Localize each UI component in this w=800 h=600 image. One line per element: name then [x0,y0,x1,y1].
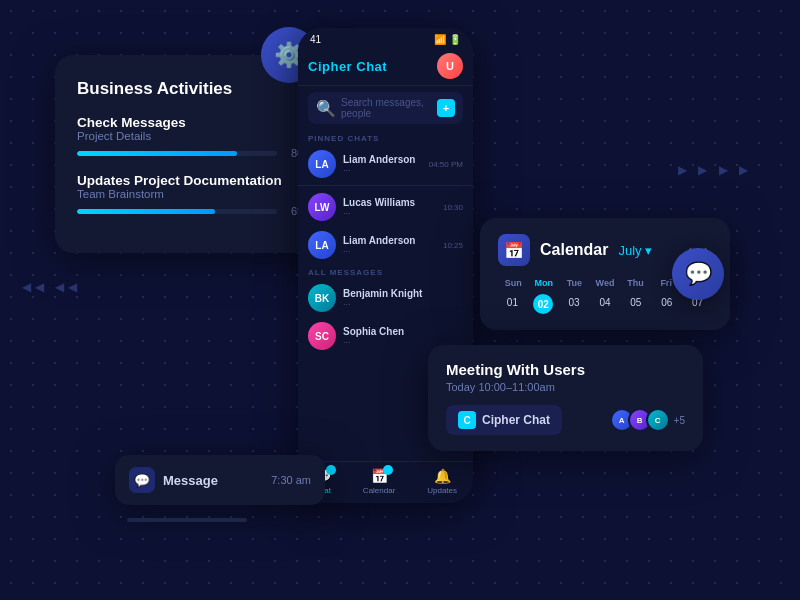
message-time: 7:30 am [271,474,311,486]
avatar: SC [308,322,336,350]
task-1-progress-bg [77,151,277,156]
chat-name: Liam Anderson [343,235,436,246]
task-1: Check Messages Project Details 80% [77,115,313,159]
message-label: Message [163,473,271,488]
message-toast: 💬 Message 7:30 am [115,455,325,505]
meeting-title: Meeting With Users [446,361,685,378]
message-bar [127,518,247,522]
task-1-name: Check Messages [77,115,313,130]
chat-info: Lucas Williams ··· [343,197,436,218]
floating-chat-button[interactable]: 💬 [672,248,724,300]
chat-name: Benjamin Knight [343,288,463,299]
avatar: BK [308,284,336,312]
business-activities-card: ⚙️ Business Activities Check Messages Pr… [55,55,335,253]
task-1-progress-fill [77,151,237,156]
user-avatar: U [437,53,463,79]
task-2-progress-bg [77,209,277,214]
chat-time: 10:25 [443,241,463,250]
day-label-thu: Thu [620,278,651,288]
attendee-count: +5 [674,415,685,426]
chat-preview: ··· [343,246,436,256]
add-chat-button[interactable]: + [437,99,455,117]
date-01[interactable]: 01 [498,294,527,314]
attendee-stack: A B C +5 [610,408,685,432]
task-2-sub: Team Brainstorm [77,188,313,200]
updates-nav-label: Updates [427,486,457,495]
meeting-time: Today 10:00–11:00am [446,381,685,393]
calendar-badge [383,465,393,475]
chat-name: Sophia Chen [343,326,463,337]
nav-updates[interactable]: 🔔 Updates [427,468,457,495]
nav-calendar[interactable]: 📅 Calendar [363,468,395,495]
chat-preview: ··· [343,299,463,309]
calendar-dates: 01 02 03 04 05 06 07 [498,294,712,314]
avatar: LA [308,150,336,178]
chat-info: Sophia Chen ··· [343,326,463,347]
task-2-progress-row: 69% [77,205,313,217]
task-2-progress-fill [77,209,215,214]
list-item[interactable]: LA Liam Anderson ··· 10:25 [298,226,473,264]
chat-preview: ··· [343,208,436,218]
chat-info: Liam Anderson ··· [343,154,422,175]
meeting-footer: C Cipher Chat A B C +5 [446,405,685,435]
day-label-mon: Mon [529,278,560,288]
attendee-avatar: C [646,408,670,432]
pinned-chats-label: PINNED CHATS [298,130,473,145]
task-1-progress-row: 80% [77,147,313,159]
updates-nav-icon: 🔔 [434,468,451,484]
calendar-nav-icon: 📅 [371,468,388,484]
chat-name: Liam Anderson [343,154,422,165]
message-icon: 💬 [129,467,155,493]
search-placeholder-text: Search messages, people [341,97,432,119]
day-label-wed: Wed [590,278,621,288]
chat-time: 10:30 [443,203,463,212]
chat-time: 04:50 PM [429,160,463,169]
calendar-icon: 📅 [498,234,530,266]
calendar-nav-label: Calendar [363,486,395,495]
phone-signal-icons: 📶 🔋 [434,34,461,45]
task-2: Updates Project Documentation Team Brain… [77,173,313,217]
chat-name: Lucas Williams [343,197,436,208]
arrows-right-decoration: ▶ ▶ ▶ ▶ [678,163,752,177]
month-label: July [618,243,641,258]
phone-app-title: Cipher Chat [308,59,387,74]
day-label-tue: Tue [559,278,590,288]
meeting-card: Meeting With Users Today 10:00–11:00am C… [428,345,703,451]
cipher-chat-button[interactable]: C Cipher Chat [446,405,562,435]
phone-time: 41 [310,34,321,45]
phone-search-bar[interactable]: 🔍 Search messages, people + [308,92,463,124]
list-item[interactable]: LA Liam Anderson ··· 04:50 PM [298,145,473,183]
chat-info: Benjamin Knight ··· [343,288,463,309]
task-1-sub: Project Details [77,130,313,142]
arrows-left-decoration: ◀◀ ◀◀ [22,280,81,294]
calendar-title: Calendar [540,241,608,259]
avatar: LW [308,193,336,221]
cipher-label: Cipher Chat [482,413,550,427]
all-messages-label: ALL MESSAGES [298,264,473,279]
date-05[interactable]: 05 [621,294,650,314]
date-03[interactable]: 03 [560,294,589,314]
calendar-month-selector[interactable]: July ▾ [618,243,651,258]
phone-status-bar: 41 📶 🔋 [298,28,473,49]
phone-header: Cipher Chat U [298,49,473,86]
task-2-name: Updates Project Documentation [77,173,313,188]
list-item[interactable]: BK Benjamin Knight ··· [298,279,473,317]
avatar: LA [308,231,336,259]
date-02[interactable]: 02 [533,294,553,314]
list-item[interactable]: LW Lucas Williams ··· 10:30 [298,188,473,226]
date-04[interactable]: 04 [591,294,620,314]
business-title: Business Activities [77,79,313,99]
chat-preview: ··· [343,165,422,175]
cipher-icon: C [458,411,476,429]
day-label-sun: Sun [498,278,529,288]
chat-info: Liam Anderson ··· [343,235,436,256]
date-06[interactable]: 06 [652,294,681,314]
chat-bubble-icon: 💬 [685,261,712,287]
chat-badge [326,465,336,475]
search-icon: 🔍 [316,99,336,118]
scene: ▶ ▶ ▶ ▶ ◀◀ ◀◀ ⚙️ Business Activities Che… [0,0,800,600]
chevron-down-icon: ▾ [645,243,652,258]
